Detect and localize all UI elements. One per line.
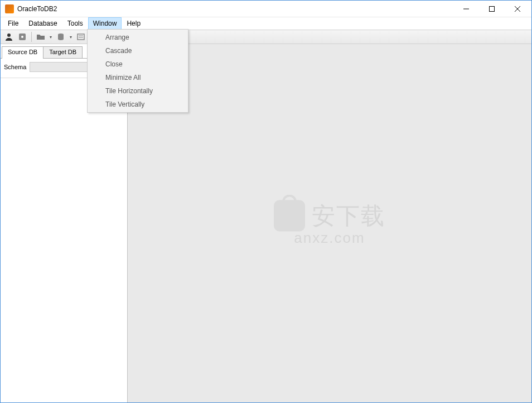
toolbar-folder-icon[interactable] [35, 31, 47, 43]
svg-point-6 [21, 36, 23, 38]
toolbar-user-icon[interactable] [3, 31, 15, 43]
menu-tile-horizontally[interactable]: Tile Horizontally [89, 84, 187, 98]
close-button[interactable] [505, 1, 530, 17]
schema-tree[interactable] [1, 78, 127, 402]
menu-tile-vertically[interactable]: Tile Vertically [89, 98, 187, 111]
maximize-button[interactable] [479, 1, 505, 17]
watermark-cn: 安下载 [312, 200, 385, 232]
toolbar: ▾ ▾ ▾ [1, 30, 531, 44]
window-menu-dropdown: Arrange Cascade Close Minimize All Tile … [87, 29, 188, 113]
menu-help[interactable]: Help [122, 17, 146, 30]
toolbar-separator [31, 32, 32, 42]
svg-rect-8 [78, 34, 84, 40]
menu-arrange[interactable]: Arrange [89, 31, 187, 44]
toolbar-db-dropdown[interactable]: ▾ [68, 35, 74, 40]
window-title: OracleToDB2 [17, 5, 57, 13]
schema-label: Schema [4, 64, 26, 70]
menu-file[interactable]: File [3, 17, 23, 30]
menu-minimize-all[interactable]: Minimize All [89, 71, 187, 84]
menu-close[interactable]: Close [89, 57, 187, 71]
menu-database[interactable]: Database [23, 17, 62, 30]
titlebar: OracleToDB2 [1, 1, 531, 17]
menu-window[interactable]: Window [88, 17, 122, 30]
svg-rect-1 [490, 6, 495, 11]
watermark-en: anxz.com [274, 229, 385, 247]
svg-point-4 [7, 33, 11, 37]
shield-icon [274, 200, 305, 232]
menu-cascade[interactable]: Cascade [89, 44, 187, 57]
content-area: Source DB Target DB Schema 安下载 anxz.com [1, 44, 531, 402]
tab-source-db[interactable]: Source DB [2, 46, 43, 59]
toolbar-db-icon[interactable] [55, 31, 67, 43]
minimize-button[interactable] [453, 1, 479, 17]
app-icon [5, 4, 14, 13]
watermark: 安下载 anxz.com [274, 200, 385, 247]
menu-tools[interactable]: Tools [62, 17, 88, 30]
toolbar-folder-dropdown[interactable]: ▾ [48, 35, 54, 40]
tab-target-db[interactable]: Target DB [43, 46, 83, 59]
menubar: File Database Tools Window Help [1, 17, 531, 30]
toolbar-settings-icon[interactable] [16, 31, 28, 43]
toolbar-task-icon[interactable] [75, 31, 87, 43]
